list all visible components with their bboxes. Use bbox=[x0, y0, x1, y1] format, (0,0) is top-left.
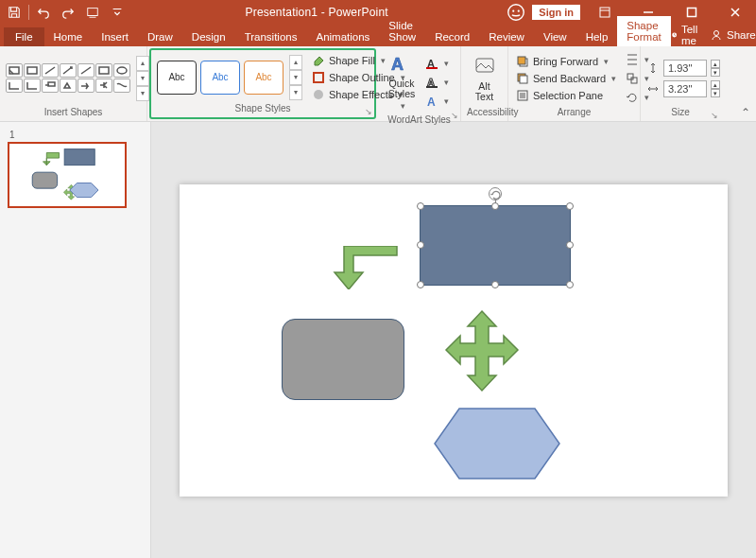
slide-thumbnail-1[interactable] bbox=[8, 142, 127, 208]
resize-handle[interactable] bbox=[491, 281, 499, 288]
tab-design[interactable]: Design bbox=[182, 27, 235, 46]
maximize-icon[interactable] bbox=[673, 0, 711, 25]
tab-shape-format[interactable]: Shape Format bbox=[617, 16, 670, 46]
svg-rect-24 bbox=[520, 76, 527, 83]
spin-down-icon[interactable]: ▾ bbox=[711, 68, 720, 77]
svg-rect-12 bbox=[314, 73, 323, 82]
svg-point-7 bbox=[713, 31, 718, 36]
selection-pane-button[interactable]: Selection Pane bbox=[514, 88, 618, 103]
text-outline-button[interactable]: A▾ bbox=[423, 75, 451, 90]
save-icon[interactable] bbox=[4, 2, 25, 23]
tab-help[interactable]: Help bbox=[576, 27, 618, 46]
resize-handle[interactable] bbox=[417, 281, 424, 288]
alt-text-button[interactable]: Alt Text bbox=[467, 53, 503, 104]
group-label-arrange: Arrange bbox=[514, 106, 634, 119]
resize-handle[interactable] bbox=[417, 241, 424, 249]
tell-me-button[interactable]: Tell me bbox=[671, 24, 702, 46]
text-effects-button[interactable]: A▾ bbox=[423, 94, 451, 109]
svg-point-11 bbox=[117, 67, 127, 74]
account-face-icon bbox=[506, 2, 526, 23]
group-label-accessibility: Accessibility bbox=[467, 106, 502, 119]
svg-rect-28 bbox=[64, 149, 94, 166]
sign-in-button[interactable]: Sign in bbox=[532, 5, 580, 20]
svg-point-2 bbox=[512, 10, 514, 12]
resize-handle[interactable] bbox=[566, 241, 574, 249]
shape-styles-launcher-icon[interactable]: ↘ bbox=[365, 107, 372, 116]
svg-rect-18 bbox=[426, 86, 438, 88]
gallery-more-icon[interactable]: ▾ bbox=[136, 86, 149, 101]
height-field[interactable]: 1.93" ▴▾ bbox=[646, 60, 720, 77]
collapse-ribbon-icon[interactable]: ⌃ bbox=[741, 106, 750, 119]
svg-point-1 bbox=[508, 5, 524, 21]
style-preset-3[interactable]: Abc bbox=[244, 61, 284, 95]
svg-point-3 bbox=[518, 10, 520, 12]
spin-down-icon[interactable]: ▾ bbox=[711, 89, 720, 97]
send-backward-button[interactable]: Send Backward▾ bbox=[514, 71, 618, 86]
width-input[interactable]: 3.23" bbox=[663, 80, 707, 97]
resize-handle[interactable] bbox=[417, 202, 424, 210]
shape-hexagon[interactable] bbox=[433, 407, 561, 480]
svg-marker-31 bbox=[435, 409, 559, 479]
width-field[interactable]: 3.23" ▴▾ bbox=[646, 80, 720, 97]
tab-home[interactable]: Home bbox=[44, 27, 93, 46]
size-launcher-icon[interactable]: ↘ bbox=[711, 111, 718, 120]
resize-handle[interactable] bbox=[566, 281, 574, 288]
group-label-shape-styles: Shape Styles bbox=[157, 102, 369, 115]
style-preset-1[interactable]: Abc bbox=[157, 61, 197, 95]
gallery-up-icon[interactable]: ▴ bbox=[136, 56, 149, 71]
svg-rect-9 bbox=[27, 67, 37, 74]
svg-rect-16 bbox=[426, 67, 438, 69]
resize-handle[interactable] bbox=[566, 202, 574, 210]
svg-rect-0 bbox=[88, 9, 98, 16]
tab-insert[interactable]: Insert bbox=[92, 27, 138, 46]
window-title: Presentation1 - PowerPoint bbox=[128, 6, 506, 19]
slide-number: 1 bbox=[9, 130, 143, 140]
text-fill-button[interactable]: A▾ bbox=[423, 56, 451, 71]
undo-icon[interactable] bbox=[33, 2, 54, 23]
start-from-beginning-icon[interactable] bbox=[82, 2, 103, 23]
svg-rect-29 bbox=[32, 172, 57, 188]
spin-up-icon[interactable]: ▴ bbox=[711, 80, 720, 89]
shapes-gallery[interactable] bbox=[6, 63, 130, 93]
svg-rect-10 bbox=[99, 67, 109, 74]
tab-slide-show[interactable]: Slide Show bbox=[379, 16, 425, 46]
tab-record[interactable]: Record bbox=[425, 27, 479, 46]
shape-bent-arrow[interactable] bbox=[323, 246, 399, 289]
resize-handle[interactable] bbox=[491, 202, 499, 210]
styles-up-icon[interactable]: ▴ bbox=[289, 55, 302, 70]
styles-down-icon[interactable]: ▾ bbox=[289, 70, 302, 85]
svg-text:A: A bbox=[391, 55, 404, 74]
styles-more-icon[interactable]: ▾ bbox=[289, 85, 302, 100]
svg-marker-30 bbox=[70, 183, 98, 197]
tab-transitions[interactable]: Transitions bbox=[235, 27, 307, 46]
close-icon[interactable] bbox=[716, 0, 754, 25]
share-button[interactable]: Share bbox=[712, 29, 756, 41]
wordart-launcher-icon[interactable]: ↘ bbox=[451, 111, 458, 120]
shape-rectangle-selected[interactable] bbox=[420, 205, 571, 286]
redo-icon[interactable] bbox=[58, 2, 78, 23]
gallery-down-icon[interactable]: ▾ bbox=[136, 71, 149, 86]
tab-animations[interactable]: Animations bbox=[306, 27, 379, 46]
tab-file[interactable]: File bbox=[4, 27, 44, 46]
quick-styles-button[interactable]: A Quick Styles▾ bbox=[384, 50, 420, 113]
svg-rect-5 bbox=[688, 9, 696, 17]
svg-text:A: A bbox=[427, 96, 436, 108]
tab-draw[interactable]: Draw bbox=[138, 27, 182, 46]
rotate-handle-icon[interactable] bbox=[489, 187, 502, 201]
tab-view[interactable]: View bbox=[534, 27, 576, 46]
qat-dropdown-icon[interactable] bbox=[107, 2, 128, 23]
height-input[interactable]: 1.93" bbox=[663, 60, 707, 77]
bring-forward-button[interactable]: Bring Forward▾ bbox=[514, 54, 618, 69]
svg-rect-27 bbox=[631, 78, 637, 83]
style-preset-2[interactable]: Abc bbox=[200, 61, 240, 95]
shape-rounded-rectangle[interactable] bbox=[282, 319, 404, 400]
shape-three-way-arrow[interactable] bbox=[444, 309, 520, 392]
svg-rect-4 bbox=[600, 8, 610, 17]
spin-up-icon[interactable]: ▴ bbox=[711, 60, 720, 68]
group-label-insert-shapes: Insert Shapes bbox=[6, 106, 141, 119]
slide-canvas[interactable] bbox=[180, 184, 728, 497]
tab-review[interactable]: Review bbox=[479, 27, 534, 46]
svg-rect-26 bbox=[627, 74, 633, 79]
svg-rect-22 bbox=[518, 57, 525, 64]
svg-point-13 bbox=[314, 90, 323, 99]
